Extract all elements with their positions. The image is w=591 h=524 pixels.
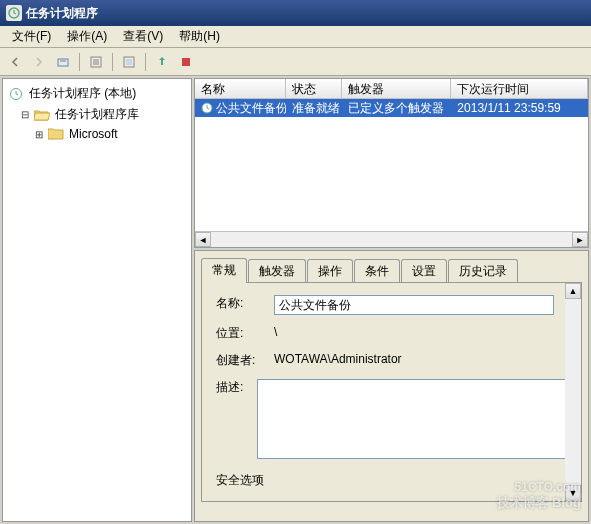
tree-library-label: 任务计划程序库 <box>53 105 141 124</box>
up-button[interactable] <box>52 51 74 73</box>
menu-file[interactable]: 文件(F) <box>4 26 59 47</box>
task-list: 名称 状态 触发器 下次运行时间 公共文件备份 准备就绪 已定义多个触发器 20… <box>194 78 589 248</box>
tab-triggers[interactable]: 触发器 <box>248 259 306 283</box>
expand-icon[interactable]: ⊞ <box>33 129 45 140</box>
tree-microsoft-label: Microsoft <box>67 126 120 142</box>
toolbar-separator <box>145 53 146 71</box>
task-row[interactable]: 公共文件备份 准备就绪 已定义多个触发器 2013/1/11 23:59:59 <box>195 99 588 117</box>
desc-label: 描述: <box>216 379 257 396</box>
right-panel: 名称 状态 触发器 下次运行时间 公共文件备份 准备就绪 已定义多个触发器 20… <box>194 78 589 522</box>
menubar: 文件(F) 操作(A) 查看(V) 帮助(H) <box>0 26 591 48</box>
tree-panel: 任务计划程序 (本地) ⊟ 任务计划程序库 ⊞ Microsoft <box>2 78 192 522</box>
clock-icon <box>8 87 24 101</box>
folder-open-icon <box>34 108 50 122</box>
menu-view[interactable]: 查看(V) <box>115 26 171 47</box>
tab-settings[interactable]: 设置 <box>401 259 447 283</box>
creator-value: WOTAWA\Administrator <box>274 352 567 366</box>
app-icon <box>6 5 22 21</box>
refresh-button[interactable] <box>118 51 140 73</box>
export-button[interactable] <box>151 51 173 73</box>
tab-history[interactable]: 历史记录 <box>448 259 518 283</box>
scroll-right-icon[interactable]: ► <box>572 232 588 247</box>
scroll-track[interactable] <box>565 299 581 485</box>
menu-help[interactable]: 帮助(H) <box>171 26 228 47</box>
window-title: 任务计划程序 <box>26 5 98 22</box>
detail-panel: 常规 触发器 操作 条件 设置 历史记录 名称: 位置: \ 创建者: WOTA <box>194 250 589 522</box>
task-next-cell: 2013/1/11 23:59:59 <box>451 100 588 116</box>
toolbar <box>0 48 591 76</box>
collapse-icon[interactable]: ⊟ <box>19 109 31 120</box>
back-button[interactable] <box>4 51 26 73</box>
location-label: 位置: <box>216 325 274 342</box>
svg-rect-5 <box>182 58 190 66</box>
tree-root-label: 任务计划程序 (本地) <box>27 84 138 103</box>
scroll-up-icon[interactable]: ▲ <box>565 283 581 299</box>
forward-button[interactable] <box>28 51 50 73</box>
scroll-track[interactable] <box>211 232 572 247</box>
toolbar-separator <box>79 53 80 71</box>
tree-root[interactable]: 任务计划程序 (本地) <box>5 83 189 104</box>
name-label: 名称: <box>216 295 274 312</box>
list-body: 公共文件备份 准备就绪 已定义多个触发器 2013/1/11 23:59:59 <box>195 99 588 231</box>
tab-actions[interactable]: 操作 <box>307 259 353 283</box>
location-value: \ <box>274 325 567 339</box>
properties-button[interactable] <box>85 51 107 73</box>
detail-vscroll[interactable]: ▲ ▼ <box>565 283 581 501</box>
security-group-label: 安全选项 <box>216 472 567 489</box>
list-header: 名称 状态 触发器 下次运行时间 <box>195 79 588 99</box>
name-input[interactable] <box>274 295 554 315</box>
tab-conditions[interactable]: 条件 <box>354 259 400 283</box>
col-next[interactable]: 下次运行时间 <box>451 79 588 98</box>
svg-rect-1 <box>58 59 68 66</box>
scroll-down-icon[interactable]: ▼ <box>565 485 581 501</box>
tab-general[interactable]: 常规 <box>201 258 247 283</box>
tab-content: 名称: 位置: \ 创建者: WOTAWA\Administrator 描述: … <box>201 282 582 502</box>
toolbar-separator <box>112 53 113 71</box>
folder-icon <box>48 127 64 141</box>
svg-rect-4 <box>126 59 132 65</box>
tabs: 常规 触发器 操作 条件 设置 历史记录 <box>201 258 582 283</box>
window-titlebar: 任务计划程序 <box>0 0 591 26</box>
task-name-cell: 公共文件备份 <box>195 99 286 118</box>
list-hscroll[interactable]: ◄ ► <box>195 231 588 247</box>
col-name[interactable]: 名称 <box>195 79 286 98</box>
tree-microsoft[interactable]: ⊞ Microsoft <box>5 125 189 143</box>
menu-action[interactable]: 操作(A) <box>59 26 115 47</box>
col-status[interactable]: 状态 <box>286 79 341 98</box>
task-icon <box>201 102 213 114</box>
main-area: 任务计划程序 (本地) ⊟ 任务计划程序库 ⊞ Microsoft 名称 状态 … <box>0 76 591 524</box>
task-status-cell: 准备就绪 <box>286 99 341 118</box>
desc-textarea[interactable] <box>257 379 567 459</box>
task-trigger-cell: 已定义多个触发器 <box>342 99 452 118</box>
col-trigger[interactable]: 触发器 <box>342 79 452 98</box>
scroll-left-icon[interactable]: ◄ <box>195 232 211 247</box>
stop-button[interactable] <box>175 51 197 73</box>
tree-library[interactable]: ⊟ 任务计划程序库 <box>5 104 189 125</box>
creator-label: 创建者: <box>216 352 274 369</box>
